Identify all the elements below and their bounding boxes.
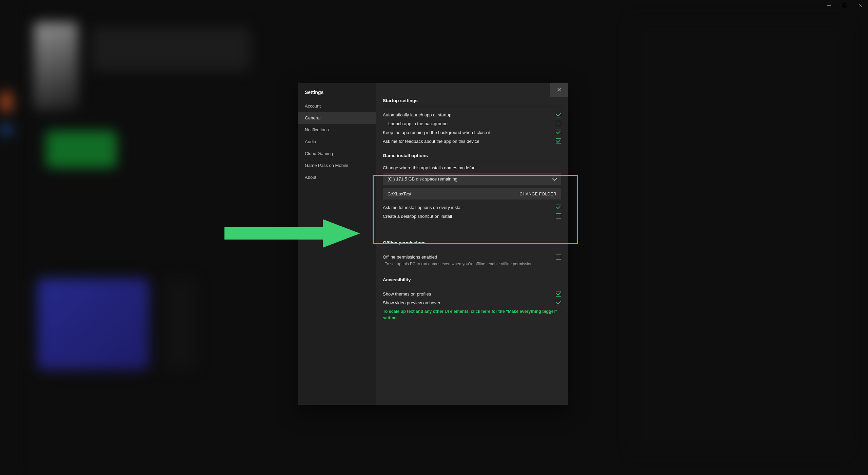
window-caption-buttons <box>821 0 868 11</box>
row-show-preview: Show video preview on hover <box>383 298 561 307</box>
sidebar-item-gpmobile[interactable]: Game Pass on Mobile <box>298 159 376 171</box>
settings-dialog: Settings AccountGeneralNotificationsAudi… <box>298 83 568 405</box>
divider <box>383 106 561 106</box>
label-keep-running: Keep the app running in the background w… <box>383 130 552 135</box>
sidebar-item-about[interactable]: About <box>298 171 376 183</box>
label-ask-each-install: Ask me for install options on every inst… <box>383 205 552 210</box>
label-offline-enabled: Offline permissions enabled <box>383 254 552 260</box>
sidebar-item-label: Account <box>305 103 321 109</box>
checkbox-offline-enabled[interactable] <box>556 254 561 260</box>
maximize-button[interactable] <box>837 0 852 11</box>
row-auto-launch: Automatically launch app at startup <box>383 110 561 119</box>
label-show-themes: Show themes on profiles <box>383 291 552 297</box>
row-keep-running: Keep the app running in the background w… <box>383 128 561 137</box>
section-title-startup: Startup settings <box>383 98 561 103</box>
sidebar-item-audio[interactable]: Audio <box>298 136 376 148</box>
sidebar-item-label: About <box>305 175 316 180</box>
install-folder-field: C:\XboxTest CHANGE FOLDER <box>383 188 561 200</box>
sidebar-item-label: Cloud Gaming <box>305 151 333 156</box>
label-create-shortcut: Create a desktop shortcut on install <box>383 214 552 219</box>
dialog-title: Settings <box>298 86 376 100</box>
sidebar-item-label: Audio <box>305 139 316 144</box>
close-window-button[interactable] <box>852 0 868 11</box>
label-show-preview: Show video preview on hover <box>383 300 552 305</box>
sidebar-item-general[interactable]: General <box>298 112 376 124</box>
row-create-shortcut: Create a desktop shortcut on install <box>383 212 561 221</box>
divider <box>383 285 561 285</box>
sidebar-item-cloud[interactable]: Cloud Gaming <box>298 148 376 159</box>
settings-sidebar: Settings AccountGeneralNotificationsAudi… <box>298 83 376 405</box>
install-drive-select[interactable]: (C:) 171.5 GB disk space remaining <box>383 173 561 185</box>
checkbox-ask-feedback[interactable] <box>556 138 561 144</box>
row-show-themes: Show themes on profiles <box>383 289 561 298</box>
checkbox-create-shortcut[interactable] <box>556 213 561 219</box>
install-drive-selected: (C:) 171.5 GB disk space remaining <box>388 176 457 182</box>
checkbox-show-preview[interactable] <box>556 300 561 305</box>
checkbox-show-themes[interactable] <box>556 291 561 297</box>
accessibility-scale-link[interactable]: To scale up text and any other UI elemen… <box>383 307 561 322</box>
checkbox-launch-bg[interactable] <box>556 121 561 126</box>
change-folder-button[interactable]: CHANGE FOLDER <box>519 192 556 196</box>
row-launch-bg: Launch app in the background <box>383 119 561 128</box>
chevron-down-icon <box>552 176 557 180</box>
section-title-offline: Offline permissions <box>383 240 561 245</box>
sidebar-item-label: Notifications <box>305 127 329 132</box>
row-offline-enabled: Offline permissions enabled <box>383 252 561 261</box>
section-title-install: Game install options <box>383 153 561 158</box>
sidebar-item-notifications[interactable]: Notifications <box>298 124 376 136</box>
close-dialog-button[interactable] <box>550 83 568 97</box>
install-folder-path: C:\XboxTest <box>388 191 411 196</box>
label-auto-launch: Automatically launch app at startup <box>383 112 552 117</box>
divider <box>383 248 561 248</box>
label-change-where: Change where this app installs games by … <box>383 165 561 170</box>
row-ask-each-install: Ask me for install options on every inst… <box>383 203 561 212</box>
sidebar-item-label: General <box>305 115 320 120</box>
settings-main-panel: Startup settings Automatically launch ap… <box>376 83 568 405</box>
label-ask-feedback: Ask me for feedback about the app on thi… <box>383 139 552 144</box>
checkbox-keep-running[interactable] <box>556 130 561 135</box>
label-launch-bg: Launch app in the background <box>388 121 552 126</box>
checkbox-auto-launch[interactable] <box>556 112 561 117</box>
divider <box>383 161 561 161</box>
offline-helper-text: To set up this PC to run games even when… <box>383 261 561 268</box>
minimize-button[interactable] <box>821 0 837 11</box>
section-title-accessibility: Accessibility <box>383 277 561 282</box>
svg-rect-0 <box>843 4 846 7</box>
close-icon <box>557 87 561 93</box>
checkbox-ask-each-install[interactable] <box>556 205 561 210</box>
row-ask-feedback: Ask me for feedback about the app on thi… <box>383 137 561 146</box>
sidebar-item-label: Game Pass on Mobile <box>305 163 348 168</box>
sidebar-item-account[interactable]: Account <box>298 100 376 112</box>
